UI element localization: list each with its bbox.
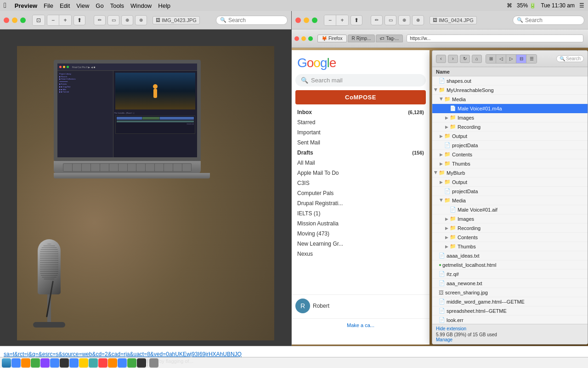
- finder-item-output-1[interactable]: ▶ 📁 Output: [432, 132, 588, 141]
- zoom-out-btn-right[interactable]: −: [324, 15, 336, 25]
- dock-terminal[interactable]: [137, 358, 146, 368]
- browser-tab-tag[interactable]: 🏷 Tag-...: [376, 34, 403, 42]
- finder-item-aaaa-ideas[interactable]: 📄 aaaa_ideas.txt: [432, 251, 588, 260]
- dock-calendar[interactable]: [89, 358, 98, 368]
- finder-item-zq[interactable]: 📄 #z.q#: [432, 270, 588, 279]
- notification-icon[interactable]: ☰: [579, 2, 584, 9]
- minimize-button-right[interactable]: [304, 17, 309, 23]
- maximize-button-left[interactable]: [20, 17, 26, 23]
- menu-tools[interactable]: Tools: [110, 2, 124, 9]
- share-btn-right[interactable]: ⬆: [351, 15, 362, 25]
- dock-messages[interactable]: [31, 358, 40, 368]
- dock-facetime[interactable]: [40, 358, 50, 368]
- dock-youtube[interactable]: [98, 358, 107, 368]
- finder-grid-view[interactable]: ⊟: [516, 55, 526, 63]
- finder-item-getmelist[interactable]: ● getmelist_localhost.html: [432, 260, 588, 270]
- gmail-computer-pals[interactable]: Computer Pals: [292, 188, 430, 198]
- dock-appstore[interactable]: [60, 358, 69, 368]
- manage-btn[interactable]: Manage: [436, 337, 584, 342]
- browser-maximize-btn[interactable]: [308, 36, 313, 41]
- menu-window[interactable]: Window: [130, 2, 152, 9]
- zoom-in-btn-right[interactable]: +: [336, 15, 348, 25]
- finder-item-output-2[interactable]: ▶ 📁 Output: [432, 178, 588, 187]
- gmail-sent[interactable]: Sent Mail: [292, 138, 430, 148]
- dock-firefox[interactable]: [108, 358, 117, 368]
- select-tool-btn-right[interactable]: ▭: [384, 15, 396, 25]
- gmail-c3is[interactable]: C3IS: [292, 178, 430, 188]
- finder-item-middleword[interactable]: 📄 middle_word_game.html---GETME: [432, 297, 588, 306]
- dock-mail[interactable]: [21, 358, 30, 368]
- finder-item-look-err[interactable]: 📄 look.err: [432, 316, 588, 325]
- dock-safari[interactable]: [11, 358, 21, 368]
- search-input-left[interactable]: [228, 17, 283, 23]
- zoom-in-btn[interactable]: +: [59, 15, 71, 25]
- finder-cover-flow[interactable]: ☰: [526, 55, 537, 63]
- finder-item-media-1[interactable]: ▶ 📁 Media: [432, 95, 588, 104]
- finder-search[interactable]: 🔍 Search: [556, 55, 584, 62]
- dock-skype[interactable]: [118, 358, 127, 368]
- finder-item-projectdata-2[interactable]: 📄 projectData: [432, 187, 588, 196]
- browser-minimize-btn[interactable]: [301, 36, 306, 41]
- menu-file[interactable]: File: [44, 2, 53, 9]
- dock-spotify[interactable]: [127, 358, 136, 368]
- finder-item-myunreachablesong[interactable]: ▶ 📁 MyUnreachableSong: [432, 86, 588, 95]
- browser-url-bar[interactable]: https://w...: [407, 34, 583, 42]
- finder-home-btn[interactable]: ⌂: [472, 55, 482, 63]
- gmail-apple-mail[interactable]: Apple Mail To Do: [292, 168, 430, 178]
- finder-item-spreadsheet[interactable]: 📄 spreadsheet.html--GETME: [432, 306, 588, 316]
- finder-item-images-2[interactable]: ▶ 📁 Images: [432, 214, 588, 224]
- finder-item-contents-2[interactable]: ▶ 📁 Contents: [432, 233, 588, 242]
- gmail-drafts[interactable]: Drafts (156): [292, 148, 430, 158]
- browser-tab-rjmp[interactable]: R Rjmp...: [348, 34, 375, 42]
- shape-tool-btn[interactable]: ⊕: [121, 15, 133, 25]
- gmail-search-bar[interactable]: 🔍 Search mail: [295, 74, 426, 86]
- finder-back-btn[interactable]: ‹: [436, 55, 446, 63]
- dock-notes[interactable]: [79, 358, 88, 368]
- dock-trash[interactable]: [149, 358, 158, 368]
- dock-preview[interactable]: [69, 358, 79, 368]
- menu-edit[interactable]: Edit: [60, 2, 70, 9]
- hide-extension-btn[interactable]: Hide extension: [436, 326, 584, 331]
- draw-tool-btn[interactable]: ✏: [94, 15, 106, 25]
- minimize-button-left[interactable]: [12, 17, 17, 23]
- close-button-left[interactable]: [4, 17, 9, 23]
- zoom-btn-2-right[interactable]: ⊕: [412, 15, 424, 25]
- app-name[interactable]: Preview: [15, 2, 37, 9]
- finder-item-media-2[interactable]: ▶ 📁 Media: [432, 196, 588, 205]
- compose-button[interactable]: CoMPOSE: [295, 90, 426, 104]
- finder-item-aaa-newone[interactable]: 📄 aaa_newone.txt: [432, 279, 588, 288]
- search-input-right[interactable]: [525, 17, 580, 23]
- finder-item-recording-2[interactable]: ▶ 📁 Recording: [432, 224, 588, 233]
- menu-help[interactable]: Help: [158, 2, 170, 9]
- dock-finder[interactable]: [2, 358, 11, 368]
- gmail-important[interactable]: Important: [292, 127, 430, 138]
- zoom-out-btn[interactable]: −: [47, 15, 59, 25]
- maximize-button-right[interactable]: [312, 17, 317, 23]
- finder-item-images-1[interactable]: ▶ 📁 Images: [432, 113, 588, 122]
- finder-refresh-btn[interactable]: ↻: [460, 55, 470, 63]
- gmail-inbox[interactable]: Inbox (6,128): [292, 107, 430, 117]
- draw-tool-btn-right[interactable]: ✏: [371, 15, 383, 25]
- zoom-btn-right[interactable]: ⊕: [398, 15, 410, 25]
- gmail-mission[interactable]: Mission Australia: [292, 218, 430, 229]
- finder-item-recording-1[interactable]: ▶ 📁 Recording: [432, 122, 588, 132]
- finder-item-malevoice-aif[interactable]: 📄 Male Voice#01.aif: [432, 205, 588, 214]
- menu-view[interactable]: View: [76, 2, 89, 9]
- finder-icon-view[interactable]: ⊞: [486, 55, 496, 63]
- browser-tab-firefox[interactable]: 🦊 Firefox: [317, 34, 347, 42]
- finder-item-myblurb[interactable]: ▶ 📁 MyBlurb: [432, 168, 588, 178]
- finder-list-view[interactable]: ◁: [496, 55, 506, 63]
- finder-item-projectdata-1[interactable]: 📄 projectData: [432, 141, 588, 150]
- finder-item-contents-1[interactable]: ▶ 📁 Contents: [432, 150, 588, 159]
- gmail-all-mail[interactable]: All Mail: [292, 158, 430, 168]
- finder-item-screensharing[interactable]: 🖼 screen_sharing.jpg: [432, 288, 588, 297]
- search-bar-right[interactable]: 🔍: [513, 16, 584, 25]
- finder-item-thumbs-1[interactable]: ▶ 📁 Thumbs: [432, 159, 588, 168]
- wifi-icon[interactable]: ⌘: [507, 2, 512, 9]
- close-button-right[interactable]: [295, 17, 301, 23]
- finder-item-thumbs-2[interactable]: ▶ 📁 Thumbs: [432, 242, 588, 251]
- gmail-drupal[interactable]: Drupal Registrati...: [292, 198, 430, 208]
- dock-photos[interactable]: [50, 358, 59, 368]
- finder-item-shapes-out[interactable]: 📄 shapes.out: [432, 76, 588, 86]
- gmail-nexus[interactable]: Nexus: [292, 249, 430, 259]
